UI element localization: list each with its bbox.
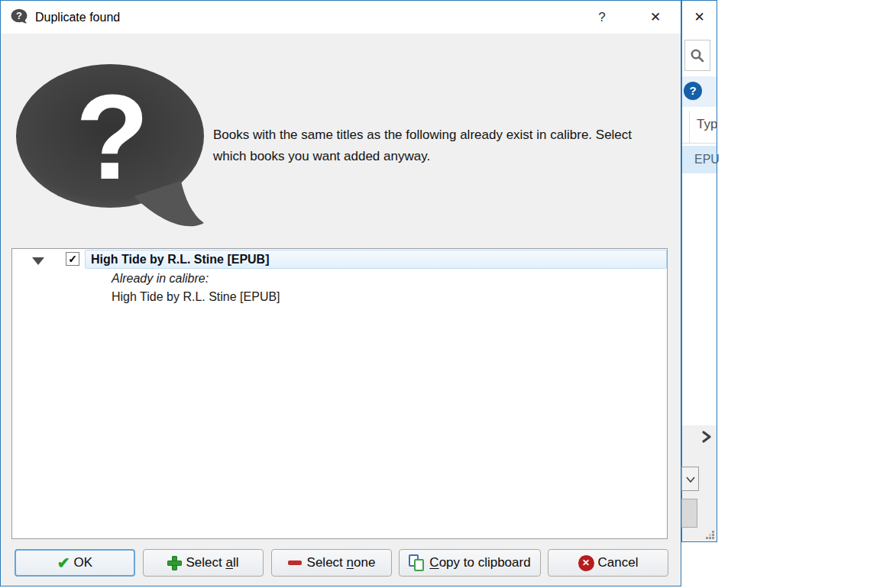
cancel-x-icon: ✕ bbox=[578, 555, 594, 571]
already-in-calibre-label: Already in calibre: bbox=[112, 272, 209, 286]
ok-label: OK bbox=[74, 555, 93, 570]
cancel-label: Cancel bbox=[598, 555, 639, 570]
question-bubble-illustration: ? bbox=[13, 60, 213, 234]
dialog-message: Books with the same titles as the follow… bbox=[213, 124, 661, 167]
resize-grip[interactable] bbox=[712, 537, 714, 539]
screen: ? Duplicate found ? ✕ ? Books with the s… bbox=[0, 0, 880, 588]
table-row-epub[interactable]: EPU bbox=[682, 146, 717, 173]
duplicate-found-dialog: ? Duplicate found ? ✕ ? Books with the s… bbox=[0, 0, 681, 586]
ok-button[interactable]: ✔ OK bbox=[15, 549, 135, 577]
select-all-label: Select all bbox=[186, 555, 238, 570]
copy-to-clipboard-button[interactable]: Copy to clipboard bbox=[399, 549, 541, 577]
svg-text:?: ? bbox=[16, 10, 22, 21]
copy-icon bbox=[409, 554, 426, 572]
plus-icon bbox=[167, 556, 182, 570]
select-none-button[interactable]: Select none bbox=[271, 549, 392, 577]
copy-label: Copy to clipboard bbox=[429, 555, 530, 570]
background-bottom-panel bbox=[682, 425, 717, 541]
check-icon: ✔ bbox=[57, 555, 70, 570]
search-icon bbox=[690, 48, 705, 63]
dialog-title: Duplicate found bbox=[35, 1, 120, 34]
chevron-right-icon[interactable] bbox=[701, 430, 712, 447]
minus-icon bbox=[288, 561, 302, 565]
select-all-button[interactable]: Select all bbox=[143, 549, 264, 577]
chevron-down-icon bbox=[685, 476, 696, 483]
search-input[interactable] bbox=[684, 40, 710, 71]
tree-item-title[interactable]: High Tide by R.L. Stine [EPUB] bbox=[85, 250, 667, 269]
dialog-close-button[interactable]: ✕ bbox=[639, 1, 671, 34]
help-circle-icon[interactable]: ? bbox=[684, 82, 702, 100]
dialog-titlebar[interactable]: ? Duplicate found ? ✕ bbox=[1, 1, 681, 34]
tree-expander-icon[interactable] bbox=[32, 257, 44, 265]
checkmark-glyph: ✓ bbox=[68, 253, 77, 265]
svg-text:?: ? bbox=[76, 69, 150, 204]
column-header-type[interactable]: Typ bbox=[697, 117, 717, 132]
background-window: ✕ ? Typ EPU bbox=[681, 0, 717, 542]
duplicates-list[interactable]: ✓ High Tide by R.L. Stine [EPUB] Already… bbox=[11, 248, 668, 539]
cancel-button[interactable]: ✕ Cancel bbox=[548, 549, 668, 577]
tree-item-title-text: High Tide by R.L. Stine [EPUB] bbox=[91, 253, 270, 266]
existing-book-title: High Tide by R.L. Stine [EPUB] bbox=[112, 290, 280, 304]
background-window-close-button[interactable]: ✕ bbox=[682, 1, 717, 34]
partial-gray-button[interactable] bbox=[681, 499, 697, 528]
question-bubble-icon: ? bbox=[11, 8, 28, 26]
column-separator bbox=[689, 111, 690, 143]
dialog-help-button[interactable]: ? bbox=[589, 1, 615, 34]
header-divider bbox=[682, 143, 717, 144]
select-none-label: Select none bbox=[307, 555, 376, 570]
item-checkbox[interactable]: ✓ bbox=[66, 252, 79, 266]
dropdown-select[interactable] bbox=[681, 467, 699, 491]
